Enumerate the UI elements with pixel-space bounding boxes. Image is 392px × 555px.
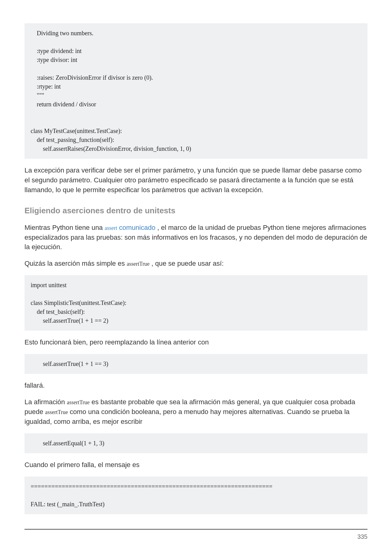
inline-code-asserttrue-2: assertTrue	[67, 399, 89, 405]
paragraph-asserttrue-intro: Quizás la aserción más simple es assertT…	[24, 259, 368, 268]
text: como una condición booleana, pero a menu…	[24, 408, 349, 425]
link-assert-small[interactable]: assert	[105, 225, 117, 231]
paragraph-replace: Esto funcionará bien, pero reemplazando …	[24, 337, 368, 347]
paragraph-assert-intro: Mientras Python tiene una assert comunic…	[24, 223, 368, 252]
heading-assertions: Eligiendo aserciones dentro de unitests	[24, 206, 368, 215]
paragraph-fail: fallará.	[24, 381, 368, 390]
inline-code-asserttrue: assertTrue	[127, 261, 149, 267]
paragraph-exception: La excepción para verificar debe ser el …	[24, 165, 368, 195]
footer-divider	[24, 529, 368, 530]
code-block-4: self.assertEqual(1 + 1, 3)	[24, 433, 368, 453]
link-comunicado[interactable]: comunicado	[117, 224, 156, 231]
text: Mientras Python tiene una	[24, 224, 105, 231]
inline-code-asserttrue-3: assertTrue	[45, 409, 68, 415]
paragraph-asserttrue-general: La afirmación assertTrue es bastante pro…	[24, 397, 368, 427]
text: Quizás la aserción más simple es	[24, 260, 127, 267]
text: , que se puede usar así:	[149, 260, 224, 267]
code-block-2: import unittest class SimplisticTest(uni…	[24, 275, 368, 331]
page-number: 335	[24, 533, 368, 540]
text: La afirmación	[24, 398, 67, 406]
code-block-3: self.assertTrue(1 + 1 == 3)	[24, 354, 368, 374]
paragraph-first-fails: Cuando el primero falla, el mensaje es	[24, 460, 368, 470]
page: Dividing two numbers. :type dividend: in…	[0, 0, 392, 555]
page-footer: 335	[24, 529, 368, 540]
code-block-1: Dividing two numbers. :type dividend: in…	[24, 23, 368, 159]
code-block-5: ========================================…	[24, 477, 368, 514]
